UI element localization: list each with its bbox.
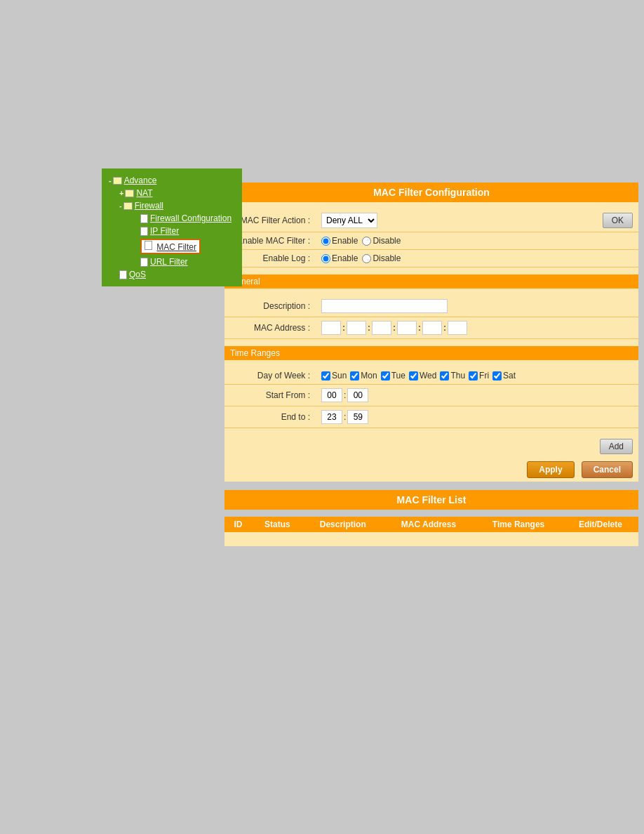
url-filter-link[interactable]: URL Filter xyxy=(150,257,188,267)
main-content: MAC Filter Configuration MAC Filter Acti… xyxy=(224,183,638,546)
enable-mac-filter-enable-radio[interactable] xyxy=(321,237,330,246)
mac-filter-config-title: MAC Filter Configuration xyxy=(224,183,638,202)
nat-link[interactable]: NAT xyxy=(136,188,152,198)
col-mac-address: MAC Address xyxy=(383,517,475,532)
advance-link[interactable]: Advance xyxy=(124,176,157,185)
nav-qos[interactable]: QoS xyxy=(119,268,235,281)
day-sun-checkbox[interactable] xyxy=(321,371,330,380)
end-hour-input[interactable]: 23 xyxy=(321,410,342,424)
add-button-row: Add xyxy=(224,435,638,458)
advance-folder-icon xyxy=(113,177,122,185)
mac-octet-3[interactable] xyxy=(372,321,391,335)
enable-log-enable[interactable]: Enable xyxy=(321,253,358,263)
day-wed[interactable]: Wed xyxy=(409,371,436,380)
mac-octet-1[interactable] xyxy=(321,321,341,335)
enable-log-row: Enable Log : Enable Disable xyxy=(224,250,638,267)
end-to-row: End to : 23 : 59 xyxy=(224,406,638,428)
apply-button[interactable]: Apply xyxy=(527,461,574,478)
enable-mac-filter-row: Enable MAC Filter : Enable Disable xyxy=(224,232,638,250)
mac-filter-action-value[interactable]: Deny ALL Allow ALL xyxy=(316,209,515,232)
nav-nat[interactable]: + NAT xyxy=(119,187,235,199)
mac-filter-config-section: MAC Filter Configuration MAC Filter Acti… xyxy=(224,183,638,546)
day-checks-group: Sun Mon Tue xyxy=(321,371,633,380)
nav-tree: - Advance + NAT - Firewall Firewall Conf… xyxy=(102,168,242,286)
description-input[interactable] xyxy=(321,299,448,313)
mac-octet-6[interactable] xyxy=(448,321,467,335)
enable-log-disable[interactable]: Disable xyxy=(362,253,401,263)
apply-cancel-row: Apply Cancel xyxy=(224,458,638,482)
nav-ip-filter[interactable]: IP Filter xyxy=(140,225,235,237)
disable-label: Disable xyxy=(373,236,401,246)
ok-button[interactable]: OK xyxy=(603,213,633,228)
firewall-config-page-icon xyxy=(140,214,148,223)
nav-mac-filter[interactable]: MAC Filter xyxy=(140,237,235,256)
col-description: Description xyxy=(303,517,383,532)
time-sep-1: : xyxy=(344,390,346,400)
end-min-input[interactable]: 59 xyxy=(347,410,368,424)
enable-mac-filter-radio-group: Enable Disable xyxy=(321,236,633,246)
nav-url-filter[interactable]: URL Filter xyxy=(140,256,235,268)
nav-advance[interactable]: - Advance xyxy=(109,174,235,187)
mac-octet-5[interactable] xyxy=(422,321,442,335)
day-thu[interactable]: Thu xyxy=(440,371,465,380)
time-ranges-section-header: Time Ranges xyxy=(224,346,638,360)
enable-label: Enable xyxy=(332,236,358,246)
nav-firewall[interactable]: - Firewall xyxy=(119,199,235,212)
day-sat-checkbox[interactable] xyxy=(492,371,502,380)
ip-filter-link[interactable]: IP Filter xyxy=(150,226,179,236)
enable-log-disable-radio[interactable] xyxy=(362,254,371,263)
mac-filter-link[interactable]: MAC Filter xyxy=(156,242,196,252)
list-header-row: ID Status Description MAC Address Time R… xyxy=(224,517,638,532)
day-sun[interactable]: Sun xyxy=(321,371,347,380)
day-fri-checkbox[interactable] xyxy=(469,371,478,380)
add-button[interactable]: Add xyxy=(600,439,633,454)
day-mon-checkbox[interactable] xyxy=(350,371,359,380)
mac-filter-list-section: MAC Filter List ID Status Description MA… xyxy=(224,490,638,546)
qos-link[interactable]: QoS xyxy=(129,270,146,279)
enable-mac-filter-disable[interactable]: Disable xyxy=(362,236,401,246)
day-thu-checkbox[interactable] xyxy=(440,371,449,380)
enable-mac-filter-enable[interactable]: Enable xyxy=(321,236,358,246)
mac-sep-5: : xyxy=(443,323,446,333)
time-sep-2: : xyxy=(344,412,346,422)
qos-page-icon xyxy=(119,270,127,279)
enable-log-enable-radio[interactable] xyxy=(321,254,330,263)
mac-filter-action-select[interactable]: Deny ALL Allow ALL xyxy=(321,213,377,228)
day-wed-checkbox[interactable] xyxy=(409,371,418,380)
general-form: Description : MAC Address : xyxy=(224,289,638,346)
day-mon[interactable]: Mon xyxy=(350,371,377,380)
start-min-input[interactable]: 00 xyxy=(347,388,368,402)
day-tue-checkbox[interactable] xyxy=(381,371,390,380)
nav-firewall-config[interactable]: Firewall Configuration xyxy=(140,212,235,225)
start-time-input: 00 : 00 xyxy=(321,388,633,402)
day-of-week-row: Day of Week : Sun Mon xyxy=(224,367,638,385)
nat-folder-icon xyxy=(125,190,134,197)
start-hour-input[interactable]: 00 xyxy=(321,388,342,402)
day-sat[interactable]: Sat xyxy=(492,371,516,380)
day-fri[interactable]: Fri xyxy=(469,371,489,380)
mac-octet-2[interactable] xyxy=(347,321,366,335)
general-section-header: General xyxy=(224,274,638,289)
cancel-button[interactable]: Cancel xyxy=(582,461,633,478)
firewall-config-link[interactable]: Firewall Configuration xyxy=(150,213,232,223)
mac-octet-4[interactable] xyxy=(397,321,417,335)
description-row: Description : xyxy=(224,296,638,317)
mac-sep-4: : xyxy=(418,323,421,333)
col-id: ID xyxy=(224,517,252,532)
log-disable-label: Disable xyxy=(373,253,401,263)
enable-mac-filter-disable-radio[interactable] xyxy=(362,237,371,246)
col-time-ranges: Time Ranges xyxy=(474,517,562,532)
firewall-link[interactable]: Firewall xyxy=(135,201,163,211)
col-status: Status xyxy=(252,517,303,532)
time-ranges-form: Day of Week : Sun Mon xyxy=(224,360,638,482)
empty-row xyxy=(224,532,638,546)
mac-address-label: MAC Address : xyxy=(224,317,316,339)
mac-filter-action-row: MAC Filter Action : Deny ALL Allow ALL O… xyxy=(224,209,638,232)
mac-address-inputs: : : : : : xyxy=(321,321,633,335)
end-time-input: 23 : 59 xyxy=(321,410,633,424)
mac-sep-1: : xyxy=(342,323,345,333)
day-tue[interactable]: Tue xyxy=(381,371,405,380)
minus-icon: - xyxy=(109,176,112,185)
ip-filter-page-icon xyxy=(140,227,148,236)
description-label: Description : xyxy=(224,296,316,317)
